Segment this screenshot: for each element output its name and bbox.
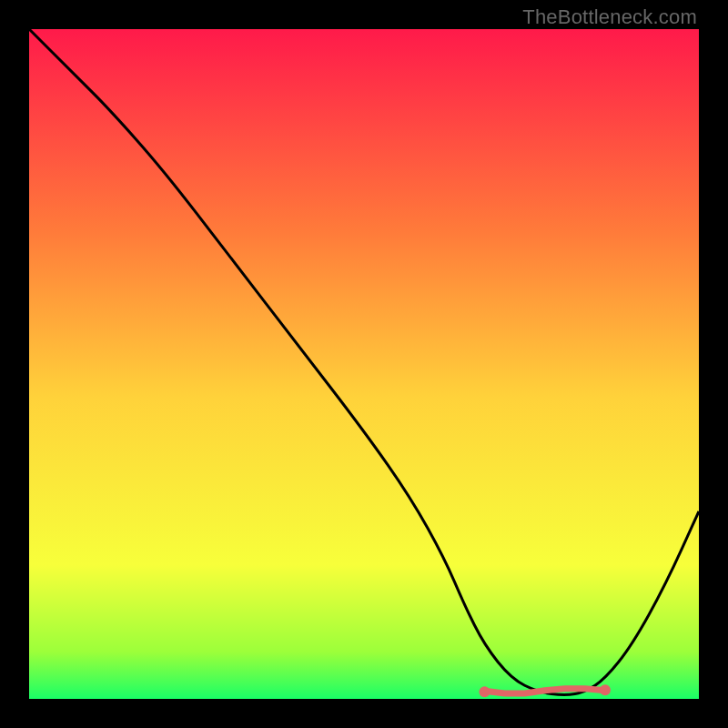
optimal-range-start-dot [479,686,490,697]
chart-background [29,29,699,699]
watermark-text: TheBottleneck.com [522,5,697,29]
chart-frame [29,29,699,699]
optimal-range-end-dot [600,684,611,695]
bottleneck-chart [29,29,699,699]
